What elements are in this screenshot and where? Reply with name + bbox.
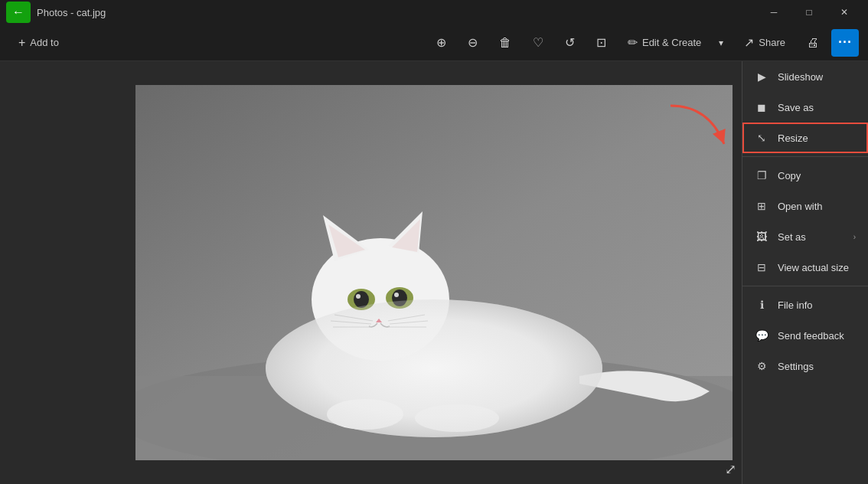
back-button[interactable]: ← — [6, 2, 31, 23]
menu-item-view-actual-size[interactable]: ⊟View actual size — [742, 252, 868, 283]
edit-create-chevron[interactable]: ▾ — [710, 29, 732, 57]
back-icon: ← — [12, 5, 24, 19]
zoom-out-icon: ⊖ — [468, 35, 478, 50]
zoom-in-button[interactable]: ⊕ — [427, 29, 455, 57]
print-icon: 🖨 — [807, 36, 819, 50]
settings-icon: ⚙ — [755, 360, 768, 372]
share-button[interactable]: ↗ Share — [735, 29, 795, 57]
add-to-label: Add to — [30, 37, 59, 48]
copy-icon: ❐ — [755, 169, 768, 182]
toolbar: + Add to ⊕ ⊖ 🗑 ♡ ↺ ⊡ ✏ Edit & Create ▾ ↗… — [0, 25, 868, 61]
heart-icon: ♡ — [533, 35, 543, 50]
main-area: ⤢ ▶Slideshow◼Save as⤡Resize❐Copy⊞Open wi… — [0, 61, 868, 484]
add-icon: + — [18, 36, 25, 50]
svg-point-24 — [266, 299, 602, 437]
resize-label: Resize — [778, 132, 808, 144]
send-feedback-icon: 💬 — [755, 329, 768, 342]
share-icon: ↗ — [744, 35, 754, 50]
menu-item-open-with[interactable]: ⊞Open with — [742, 191, 868, 221]
menu-item-copy[interactable]: ❐Copy — [742, 160, 868, 191]
menu-divider-2 — [742, 286, 868, 286]
svg-point-15 — [356, 294, 361, 299]
open-with-label: Open with — [778, 201, 823, 212]
window-controls: ─ □ ✕ — [756, 0, 862, 25]
zoom-out-button[interactable]: ⊖ — [458, 29, 487, 57]
rotate-button[interactable]: ↺ — [556, 29, 584, 57]
set-as-chevron-icon: › — [853, 233, 856, 241]
fullscreen-button[interactable]: ⤢ — [725, 461, 736, 478]
menu-item-settings[interactable]: ⚙Settings — [742, 351, 868, 381]
view-actual-size-icon: ⊟ — [755, 261, 768, 273]
delete-button[interactable]: 🗑 — [490, 29, 520, 57]
minimize-button[interactable]: ─ — [756, 0, 791, 25]
view-actual-size-label: View actual size — [778, 262, 849, 273]
title-bar: ← Photos - cat.jpg ─ □ ✕ — [0, 0, 868, 25]
file-info-label: File info — [778, 299, 813, 311]
rotate-icon: ↺ — [565, 35, 575, 50]
close-button[interactable]: ✕ — [827, 0, 862, 25]
set-as-icon: 🖼 — [755, 231, 768, 243]
edit-icon: ✏ — [628, 35, 638, 50]
save-as-label: Save as — [778, 102, 814, 113]
maximize-button[interactable]: □ — [791, 0, 827, 25]
file-info-icon: ℹ — [755, 299, 768, 311]
print-button[interactable]: 🖨 — [798, 29, 828, 57]
copy-label: Copy — [778, 170, 801, 182]
menu-divider — [742, 156, 868, 157]
menu-item-set-as[interactable]: 🖼Set as› — [742, 221, 868, 252]
edit-create-button[interactable]: ✏ Edit & Create ▾ — [618, 29, 732, 57]
zoom-in-icon: ⊕ — [436, 35, 446, 50]
menu-item-resize[interactable]: ⤡Resize — [742, 123, 868, 153]
svg-point-16 — [394, 293, 399, 297]
slideshow-label: Slideshow — [778, 71, 823, 83]
favorite-button[interactable]: ♡ — [524, 29, 553, 57]
menu-item-file-info[interactable]: ℹFile info — [742, 289, 868, 320]
menu-item-save-as[interactable]: ◼Save as — [742, 92, 868, 123]
send-feedback-label: Send feedback — [778, 330, 844, 342]
resize-icon: ⤡ — [755, 132, 768, 144]
delete-icon: 🗑 — [499, 36, 511, 50]
open-with-icon: ⊞ — [755, 200, 768, 212]
edit-create-label: Edit & Create — [642, 37, 701, 48]
set-as-label: Set as — [778, 231, 806, 243]
context-menu: ▶Slideshow◼Save as⤡Resize❐Copy⊞Open with… — [742, 61, 868, 484]
crop-button[interactable]: ⊡ — [587, 29, 615, 57]
crop-icon: ⊡ — [596, 35, 606, 50]
window-title: Photos - cat.jpg — [37, 7, 750, 18]
menu-item-send-feedback[interactable]: 💬Send feedback — [742, 320, 868, 351]
save-as-icon: ◼ — [755, 101, 768, 113]
share-label: Share — [759, 37, 785, 48]
photo-display — [135, 85, 733, 460]
slideshow-icon: ▶ — [755, 70, 768, 83]
more-icon: ··· — [838, 34, 852, 51]
more-button[interactable]: ··· — [831, 29, 859, 57]
settings-label: Settings — [778, 361, 814, 372]
add-to-button[interactable]: + Add to — [9, 29, 68, 57]
menu-item-slideshow[interactable]: ▶Slideshow — [742, 61, 868, 92]
edit-create-main[interactable]: ✏ Edit & Create — [618, 29, 710, 57]
